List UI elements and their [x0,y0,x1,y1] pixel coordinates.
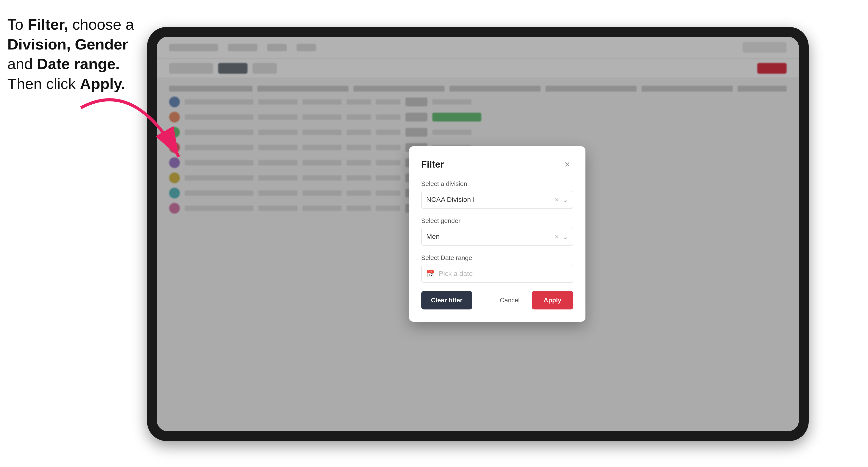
apply-button[interactable]: Apply [532,291,573,309]
instruction-line1b: choose a [68,16,134,33]
date-form-group: Select Date range 📅 Pick a date [421,254,573,283]
gender-form-group: Select gender Men × ⌄ [421,217,573,246]
instruction-bold-filter: Filter, [28,16,68,33]
modal-title: Filter [421,159,444,170]
gender-select-icons: × ⌄ [555,233,568,241]
modal-header: Filter × [421,158,573,170]
gender-select[interactable]: Men × ⌄ [421,228,573,246]
instruction-then: Then click [7,75,80,92]
gender-select-value: Men [426,233,440,241]
division-clear-icon[interactable]: × [555,196,559,204]
modal-footer: Clear filter Cancel Apply [421,291,573,309]
division-form-group: Select a division NCAA Division I × ⌄ [421,180,573,209]
instruction-bold-date: Date range. [37,55,120,72]
division-select[interactable]: NCAA Division I × ⌄ [421,191,573,209]
gender-label: Select gender [421,217,573,225]
instruction-line1: To [7,16,28,33]
tablet-device: Filter × Select a division NCAA Division… [147,27,809,441]
date-input[interactable]: 📅 Pick a date [421,264,573,283]
date-placeholder: Pick a date [439,270,473,278]
tablet-screen: Filter × Select a division NCAA Division… [157,37,799,431]
gender-clear-icon[interactable]: × [555,233,559,241]
instruction-panel: To Filter, choose a Division, Gender and… [7,15,145,94]
cancel-button[interactable]: Cancel [492,291,527,309]
instruction-bold-division-gender: Division, Gender [7,36,128,53]
division-chevron-icon: ⌄ [562,196,568,204]
modal-close-button[interactable]: × [561,158,573,170]
filter-modal: Filter × Select a division NCAA Division… [409,146,585,322]
footer-right-actions: Cancel Apply [492,291,573,309]
division-select-value: NCAA Division I [426,196,475,204]
gender-chevron-icon: ⌄ [562,233,568,241]
division-select-icons: × ⌄ [555,196,568,204]
calendar-icon: 📅 [426,270,435,278]
instruction-bold-apply: Apply. [80,75,125,92]
clear-filter-button[interactable]: Clear filter [421,291,472,309]
date-label: Select Date range [421,254,573,262]
division-label: Select a division [421,180,573,188]
instruction-and: and [7,55,37,72]
